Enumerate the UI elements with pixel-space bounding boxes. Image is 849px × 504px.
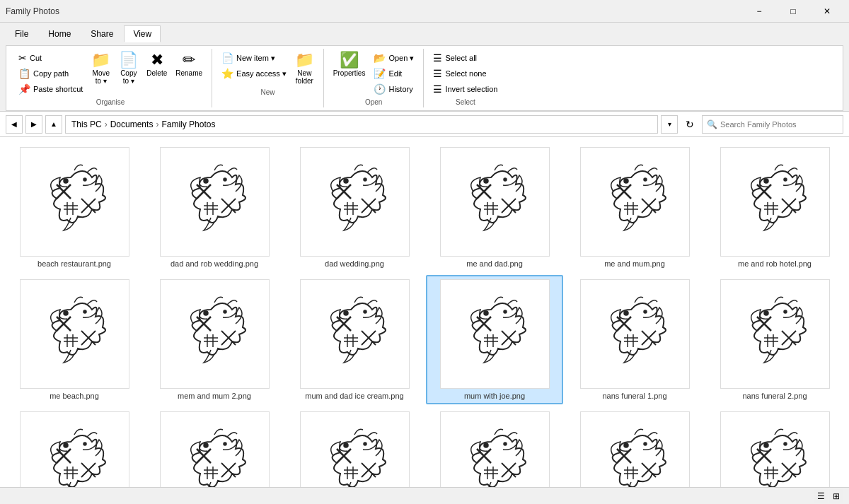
search-box[interactable]: 🔍 xyxy=(702,115,843,134)
new-item-button[interactable]: 📄 New item ▾ xyxy=(218,50,290,66)
file-item[interactable]: me and rob hotel.png xyxy=(706,143,843,272)
move-to-label: Moveto ▾ xyxy=(93,69,110,85)
file-item[interactable]: dad and rob wedding.png xyxy=(146,143,283,272)
new-folder-button[interactable]: 📁 Newfolder xyxy=(291,50,318,87)
file-item[interactable]: photo17.png xyxy=(566,407,703,487)
svg-rect-44 xyxy=(592,160,677,245)
breadcrumb-dropdown[interactable]: ▾ xyxy=(661,115,678,134)
rename-button[interactable]: ✏ Rename xyxy=(172,50,206,87)
easy-access-button[interactable]: ⭐ Easy access ▾ xyxy=(218,66,290,81)
delete-button[interactable]: ✖ Delete xyxy=(143,50,171,87)
svg-point-196 xyxy=(764,443,768,447)
new-small-buttons: 📄 New item ▾ ⭐ Easy access ▾ xyxy=(218,50,290,81)
paste-shortcut-button[interactable]: 📌 Paste shortcut xyxy=(15,81,86,97)
svg-point-120 xyxy=(644,310,647,313)
open-button[interactable]: 📂 Open ▾ xyxy=(370,50,417,66)
properties-button[interactable]: ✅ Properties xyxy=(330,50,369,87)
refresh-button[interactable]: ↻ xyxy=(681,115,699,134)
svg-point-10 xyxy=(83,178,86,181)
open-group-label: Open xyxy=(365,98,382,106)
file-name: dad and rob wedding.png xyxy=(171,259,258,268)
svg-point-197 xyxy=(784,443,787,445)
organise-small-buttons: ✂ Cut 📋 Copy path 📌 Paste shortcut xyxy=(15,50,86,97)
organise-buttons: ✂ Cut 📋 Copy path 📌 Paste shortcut 📁 Mov… xyxy=(15,50,206,97)
file-item[interactable]: photo18.png xyxy=(706,407,843,487)
file-item[interactable]: me and mum.png xyxy=(566,143,703,272)
svg-point-141 xyxy=(64,443,68,447)
open-buttons: ✅ Properties 📂 Open ▾ 📝 Edit 🕐 History xyxy=(330,50,418,97)
file-item[interactable]: photo15.png xyxy=(286,407,423,487)
minimize-button[interactable]: − xyxy=(743,0,775,23)
file-grid-container[interactable]: beach restaurant.png xyxy=(0,137,849,487)
file-item[interactable]: nans funeral 2.png xyxy=(706,275,843,404)
svg-point-153 xyxy=(224,443,226,445)
file-item[interactable]: beach restaurant.png xyxy=(6,143,143,272)
file-item[interactable]: nans funeral 1.png xyxy=(566,275,703,404)
breadcrumb-family-photos[interactable]: Family Photos xyxy=(161,119,215,129)
file-thumbnail xyxy=(20,279,129,389)
select-none-button[interactable]: ☰ Select none xyxy=(429,66,501,81)
svg-rect-77 xyxy=(172,292,257,377)
file-thumbnail xyxy=(720,411,830,487)
cut-button[interactable]: ✂ Cut xyxy=(15,50,86,66)
file-thumbnail xyxy=(160,411,270,487)
svg-point-21 xyxy=(224,178,226,181)
select-all-label: Select all xyxy=(445,54,477,62)
properties-icon: ✅ xyxy=(340,52,359,68)
tab-share[interactable]: Share xyxy=(81,25,122,42)
file-name: mum with joe.png xyxy=(464,392,525,400)
list-view-button[interactable]: ☰ xyxy=(814,489,828,503)
svg-point-97 xyxy=(344,311,348,315)
file-thumbnail xyxy=(300,279,410,389)
file-item[interactable]: mum with joe.png xyxy=(426,275,563,404)
rename-icon: ✏ xyxy=(183,52,195,68)
search-icon: 🔍 xyxy=(707,119,717,129)
file-name: mum and dad ice cream.png xyxy=(305,392,403,400)
cut-icon: ✂ xyxy=(18,52,27,64)
breadcrumb-sep2: › xyxy=(156,119,158,129)
file-thumbnail xyxy=(440,411,550,487)
file-item[interactable]: photo14.png xyxy=(146,407,283,487)
breadcrumb-thispc[interactable]: This PC xyxy=(71,119,102,129)
ribbon: File Home Share View ✂ Cut 📋 Copy path � xyxy=(0,23,849,112)
search-input[interactable] xyxy=(720,120,838,129)
file-item[interactable]: me beach.png xyxy=(6,275,143,404)
breadcrumb-documents[interactable]: Documents xyxy=(110,119,154,129)
file-item[interactable]: mum and dad ice cream.png xyxy=(286,275,423,404)
easy-access-icon: ⭐ xyxy=(221,68,233,79)
easy-access-label: Easy access ▾ xyxy=(236,69,287,78)
file-thumbnail xyxy=(580,147,690,257)
file-item[interactable]: photo13.png xyxy=(6,407,143,487)
svg-point-163 xyxy=(344,443,348,447)
file-item[interactable]: mem and mum 2.png xyxy=(146,275,283,404)
copy-path-icon: 📋 xyxy=(18,68,30,79)
tab-home[interactable]: Home xyxy=(39,25,80,42)
svg-point-43 xyxy=(504,178,507,181)
file-item[interactable]: photo16.png xyxy=(426,407,563,487)
copy-path-button[interactable]: 📋 Copy path xyxy=(15,66,86,81)
tab-view[interactable]: View xyxy=(124,25,161,42)
close-button[interactable]: ✕ xyxy=(811,0,843,23)
history-button[interactable]: 🕐 History xyxy=(370,81,417,97)
file-name: me and mum.png xyxy=(604,259,665,268)
select-group-label: Select xyxy=(456,98,475,106)
file-name: me and rob hotel.png xyxy=(738,259,812,268)
cut-label: Cut xyxy=(30,54,42,62)
file-item[interactable]: dad wedding.png xyxy=(286,143,423,272)
forward-button[interactable]: ▶ xyxy=(25,115,42,134)
move-to-button[interactable]: 📁 Moveto ▾ xyxy=(88,50,114,87)
edit-button[interactable]: 📝 Edit xyxy=(370,66,417,81)
file-item[interactable]: me and dad.png xyxy=(426,143,563,272)
file-thumbnail xyxy=(580,411,690,487)
file-thumbnail xyxy=(440,279,550,389)
back-button[interactable]: ◀ xyxy=(6,115,23,134)
invert-selection-button[interactable]: ☰ Invert selection xyxy=(429,81,501,97)
copy-to-button[interactable]: 📄 Copyto ▾ xyxy=(115,50,142,87)
up-button[interactable]: ▲ xyxy=(45,115,62,134)
grid-view-button[interactable]: ⊞ xyxy=(829,489,843,503)
tab-file[interactable]: File xyxy=(6,25,37,42)
breadcrumb[interactable]: This PC › Documents › Family Photos xyxy=(65,115,658,134)
file-name: dad wedding.png xyxy=(325,259,384,268)
select-all-button[interactable]: ☰ Select all xyxy=(429,50,501,66)
maximize-button[interactable]: □ xyxy=(777,0,809,23)
